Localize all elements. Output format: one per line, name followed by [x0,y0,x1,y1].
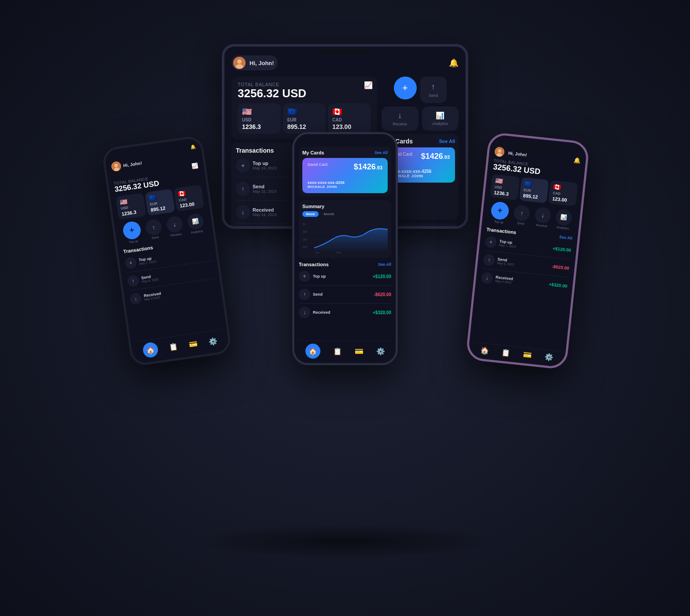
phone-right-cad: 🇨🇦 CAD 123.00 [548,180,578,206]
phone-right-nav: 🏠 📋 💳 ⚙️ [473,342,561,363]
phone-left-transactions: Transactions + Top up May 7, 2023 ↑ [123,237,217,307]
phone-right: Hi, John! 🔔 Total balance 3256.32 USD 🇺🇸… [465,132,590,370]
phone-center-screen: My Cards See All David Card $1426.93 xxx… [294,134,396,363]
tablet-notch [319,50,371,53]
svg-text:Sun: Sun [315,251,319,254]
phone-left-cad: 🇨🇦 CAD 123.00 [174,184,204,211]
center-see-all[interactable]: See All [374,150,388,155]
tablet-header: Hi, John! 🔔 [231,55,459,70]
phone-left-usd: 🇺🇸 USD 1236.3 [116,193,146,220]
center-card-holder: MICHALE JOHN [308,185,382,189]
tablet-bell-icon[interactable]: 🔔 [449,58,459,68]
right-nav-cards-btn[interactable]: 💳 [523,350,532,359]
phone-center-nav: 🏠 📋 💳 ⚙️ [299,341,391,359]
tablet-card-number: xxxx-xxxx-xxx-4256 [390,169,450,174]
tablet-currency-eur: 🇪🇺 EUR 895.12 [283,103,326,134]
phone-center: My Cards See All David Card $1426.93 xxx… [292,132,398,365]
center-summary-chart: 1k 500 250 100 Sun Mon [302,220,388,255]
center-nav-cards-btn[interactable]: 💳 [355,347,363,356]
right-nav-home-btn[interactable]: 🏠 [480,346,489,355]
tablet-greeting-pill: Hi, John! [231,55,278,70]
center-card-visual: David Card $1426.93 xxxx-xxxx-xxx-4256 M… [302,158,388,193]
nav-settings-btn[interactable]: ⚙️ [208,337,218,346]
center-nav-home-btn[interactable]: 🏠 [305,344,320,359]
center-nav-settings-btn[interactable]: ⚙️ [376,347,385,356]
phone-right-screen: Hi, John! 🔔 Total balance 3256.32 USD 🇺🇸… [468,134,587,367]
phone-right-usd: 🇺🇸 USD 1236.3 [490,174,520,200]
svg-text:1k: 1k [302,223,306,226]
phone-left-analytics[interactable]: 📊 Analytics [187,213,205,235]
list-item: ↑ Send -$620.00 [299,287,391,302]
tablet-greeting: Hi, John! [250,60,274,66]
svg-text:250: 250 [302,238,308,241]
phone-left-greeting: Hi, John! [123,160,142,168]
phone-right-avatar [494,147,505,157]
phone-left-screen: 🔔 Hi, John! 📈 Total balance [104,137,230,364]
nav-transactions-btn[interactable]: 📋 [169,342,178,352]
center-summary-section: Summary Week Month [299,200,391,258]
phone-right-eur: 🇪🇺 EUR 895.12 [519,177,549,203]
phone-right-transactions: Transactions See All + Top up May 7, 202… [481,227,573,294]
tablet-cards-see-all[interactable]: See All [439,139,455,144]
tablet-currency-cad: 🇨🇦 CAD 123.00 [328,103,371,134]
list-item: + Top up +$120.00 [299,269,391,284]
svg-point-1 [237,59,242,64]
center-week-toggle[interactable]: Week [302,211,319,217]
phone-left-eur: 🇪🇺 EUR 895.12 [145,189,175,216]
center-transactions: Transactions See All + Top up +$120.00 [299,262,391,320]
tablet-chart-icon[interactable]: 📈 [364,81,373,89]
nav-home-btn[interactable]: 🏠 [142,341,159,358]
svg-text:500: 500 [302,230,308,233]
tablet-send-btn[interactable]: ↑ Send [420,77,447,103]
phone-right-analytics[interactable]: 📊 Analytics [555,209,573,230]
right-nav-settings-btn[interactable]: ⚙️ [544,352,554,362]
phone-left-topup[interactable]: + Top up [122,220,142,244]
tablet-card-amount: $1426.93 [421,152,450,161]
center-month-toggle[interactable]: Month [320,211,338,217]
tablet-receive-btn[interactable]: ↓ Receive [382,106,418,131]
right-nav-transactions-btn[interactable]: 📋 [501,348,511,357]
center-cards-title: My Cards [302,150,324,155]
tablet-balance-card: 📈 Total balance 3256.32 USD 🇺🇸 USD 1236.… [231,77,377,139]
tablet-card-holder: MICHALE JOHN [390,174,450,178]
center-cards-section: My Cards See All David Card $1426.93 xxx… [299,147,391,197]
list-item: ↓ Received +$320.00 [299,305,391,320]
tablet-avatar [233,57,246,69]
tx-icon-send: ↑ [236,182,250,196]
center-summary-title: Summary [302,204,324,209]
phone-left: 🔔 Hi, John! 📈 Total balance [101,135,232,367]
phone-right-tx-title: Transactions [486,227,517,235]
scene: Hi, John! 🔔 📈 Total balance 3256.32 USD … [103,44,587,572]
phone-left-send[interactable]: ↑ Send [145,218,163,240]
phone-left-receive[interactable]: ↓ Receive [165,215,184,237]
center-card-number: xxxx-xxxx-xxx-4256 [308,180,382,185]
center-nav-transactions-btn[interactable]: 📋 [333,347,342,356]
svg-text:Mon: Mon [337,251,341,254]
svg-text:100: 100 [302,246,308,249]
tablet-balance-amount: 3256.32 USD [238,87,371,100]
phone-right-receive[interactable]: ↓ Receive [534,206,552,228]
tablet-tx-title: Transactions [236,147,274,154]
nav-cards-btn[interactable]: 💳 [188,339,198,349]
tablet-currency-usd: 🇺🇸 USD 1236.3 [238,103,281,134]
tablet-analytics-btn[interactable]: 📊 Analytics [422,106,459,131]
tablet-topup-btn[interactable]: + [394,77,417,99]
phone-right-bell-icon[interactable]: 🔔 [573,156,580,164]
phone-right-see-all[interactable]: See All [559,235,573,240]
svg-point-2 [236,64,243,69]
phone-right-send[interactable]: ↑ Send [513,204,531,226]
phone-left-nav: 🏠 📋 💳 ⚙️ [136,329,224,360]
phone-right-greeting: Hi, John! [508,150,527,157]
tx-icon-recv: ↓ [236,205,250,219]
phone-left-avatar [111,161,122,172]
phone-left-chart-icon[interactable]: 📈 [191,162,199,169]
tx-icon-topup: + [236,158,250,172]
center-card-amount: $1426.93 [354,162,382,172]
center-card-name: David Card [308,162,327,167]
phone-right-topup[interactable]: + Top up [490,201,510,224]
